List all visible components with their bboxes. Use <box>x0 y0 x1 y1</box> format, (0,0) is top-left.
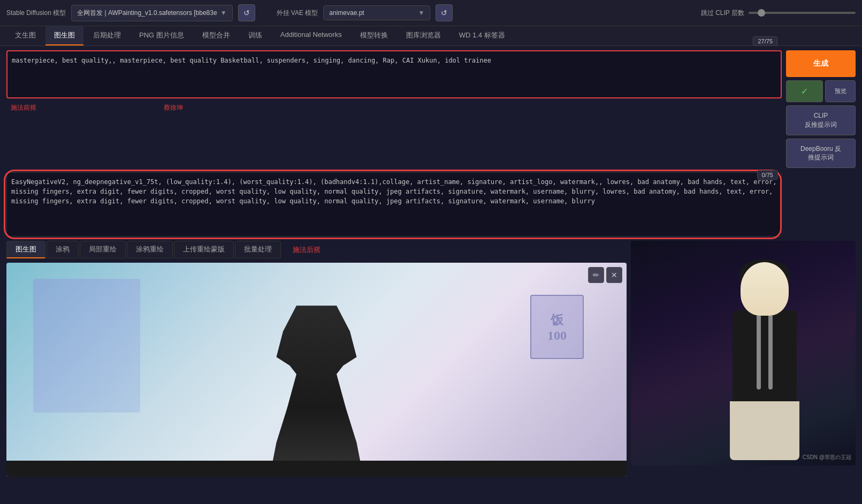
char-pants <box>730 401 799 460</box>
clip-section: 跳过 CLIP 层数 <box>701 9 856 18</box>
label-cai-xukun[interactable]: 蔡徐坤 <box>162 102 185 113</box>
tab-wd[interactable]: WD 1.4 标签器 <box>451 26 514 45</box>
anime-char <box>679 257 850 460</box>
generate-button[interactable]: 生成 <box>786 50 856 77</box>
sub-tab-upload[interactable]: 上传重绘蒙版 <box>174 241 234 258</box>
negative-prompt-input[interactable] <box>6 172 782 236</box>
tab-gallery[interactable]: 图库浏览器 <box>398 26 449 45</box>
sub-tab-img2img[interactable]: 图生图 <box>6 241 45 258</box>
tab-img2img[interactable]: 图生图 <box>45 26 83 45</box>
sub-tab-inpaint[interactable]: 局部重绘 <box>80 241 126 258</box>
watermark-text: CSDN @罪恶の王冠 <box>803 454 851 461</box>
tab-train[interactable]: 训练 <box>240 26 271 45</box>
tab-pnginfo[interactable]: PNG 图片信息 <box>131 26 193 45</box>
stamp-area: 饭100 <box>530 295 584 359</box>
negative-prompt-section: 0/75 <box>6 172 856 236</box>
vae-select[interactable]: animevae.pt ▼ <box>323 5 430 20</box>
sd-model-value: 全网首发 | AWPainting_v1.0.safetensors [bbe8… <box>77 9 217 18</box>
result-image-container <box>647 246 850 460</box>
negative-counter: 0/75 <box>757 170 778 180</box>
sd-model-arrow: ▼ <box>220 9 227 17</box>
suspender-right <box>768 315 773 390</box>
side-buttons: 生成 ✓ 预览 CLIP反推提示词 DeepBooru 反推提示词 <box>786 50 856 168</box>
positive-prompt-section: 27/75 施法前摇 蔡徐坤 生成 ✓ 预览 CLIP反推提示词 DeepBoo… <box>6 50 856 168</box>
top-bar: Stable Diffusion 模型 全网首发 | AWPainting_v1… <box>0 0 862 26</box>
clip-button[interactable]: CLIP反推提示词 <box>786 105 856 135</box>
preview-button[interactable]: 预览 <box>825 80 856 102</box>
checkmark-button[interactable]: ✓ <box>786 80 823 102</box>
prompt-labels-row: 施法前摇 蔡徐坤 <box>6 102 782 113</box>
tab-postprocess[interactable]: 后期处理 <box>85 26 129 45</box>
sd-model-refresh[interactable]: ↺ <box>238 4 255 21</box>
vae-arrow: ▼ <box>418 9 424 17</box>
label-before-shake[interactable]: 施法前摇 <box>9 102 39 113</box>
positive-prompt-input[interactable] <box>6 50 782 98</box>
tab-convert[interactable]: 模型转换 <box>352 26 396 45</box>
vae-refresh[interactable]: ↺ <box>436 4 453 21</box>
positive-counter: 27/75 <box>753 36 777 46</box>
sub-tabs: 图生图 涂鸦 局部重绘 涂鸦重绘 上传重绘蒙版 批量处理 施法后摇 <box>6 241 627 258</box>
close-image-button[interactable]: ✕ <box>606 267 622 283</box>
suspender-left <box>757 315 761 390</box>
image-toolbar: ✏ ✕ <box>588 267 622 283</box>
main-content: 27/75 施法前摇 蔡徐坤 生成 ✓ 预览 CLIP反推提示词 DeepBoo… <box>0 46 862 481</box>
tab-merge[interactable]: 模型合并 <box>194 26 239 45</box>
edit-image-button[interactable]: ✏ <box>588 267 604 283</box>
tab-additional-networks[interactable]: Additional Networks <box>272 26 350 45</box>
clip-label: 跳过 CLIP 层数 <box>701 9 744 18</box>
sub-tab-batch[interactable]: 批量处理 <box>235 241 281 258</box>
image-bottom <box>6 461 627 477</box>
right-content: CSDN @罪恶の王冠 <box>631 241 856 477</box>
sub-tab-inpaint-sketch[interactable]: 涂鸦重绘 <box>127 241 173 258</box>
clip-slider[interactable] <box>749 12 856 14</box>
tab-txt2img[interactable]: 文生图 <box>6 26 44 45</box>
result-image-panel: CSDN @罪恶の王冠 <box>631 241 856 465</box>
left-content: 图生图 涂鸦 局部重绘 涂鸦重绘 上传重绘蒙版 批量处理 施法后摇 ✏ ✕ <box>6 241 627 477</box>
deepbooru-button[interactable]: DeepBooru 反推提示词 <box>786 139 856 169</box>
after-shake-label: 施法后摇 <box>293 245 321 255</box>
vae-value: animevae.pt <box>329 9 364 17</box>
nav-tabs: 文生图 图生图 后期处理 PNG 图片信息 模型合并 训练 Additional… <box>0 26 862 46</box>
char-body <box>733 310 797 407</box>
char-head <box>741 262 789 316</box>
vae-label: 外挂 VAE 模型 <box>277 9 318 18</box>
sd-model-label: Stable Diffusion 模型 <box>6 9 66 18</box>
sub-tab-sketch[interactable]: 涂鸦 <box>47 241 79 258</box>
bg-shape-1 <box>33 279 140 413</box>
source-image-container: 饭100 <box>6 263 627 477</box>
content-area: 图生图 涂鸦 局部重绘 涂鸦重绘 上传重绘蒙版 批量处理 施法后摇 ✏ ✕ <box>6 241 856 477</box>
sd-model-select[interactable]: 全网首发 | AWPainting_v1.0.safetensors [bbe8… <box>71 5 232 21</box>
stamp-text: 饭100 <box>547 311 567 343</box>
image-upload-area[interactable]: ✏ ✕ 饭100 <box>6 263 627 477</box>
